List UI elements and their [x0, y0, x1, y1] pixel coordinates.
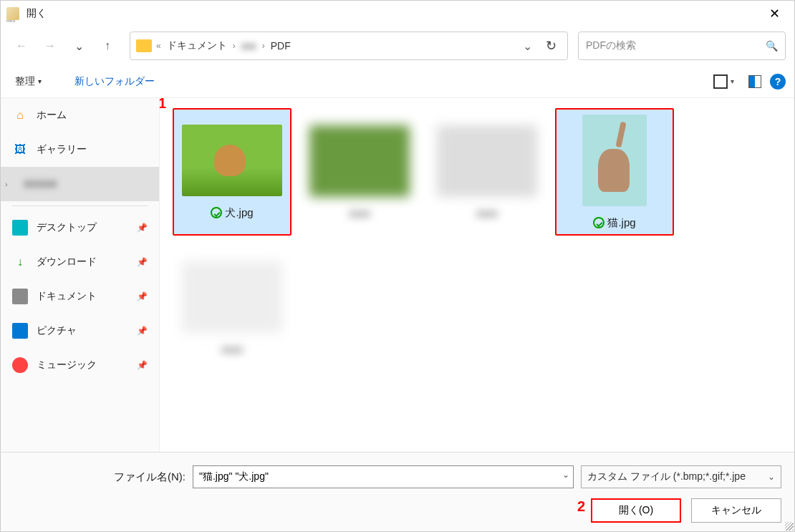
file-list[interactable]: 1 犬.jpg xxxx xxxx 猫.jpg [160, 98, 794, 452]
file-label-blur: xxxx [221, 343, 243, 355]
synced-icon [593, 217, 604, 228]
annotation-1: 1 [160, 98, 166, 112]
breadcrumb-chevron: « [156, 41, 161, 51]
file-item-blur[interactable]: xxxx [173, 244, 292, 372]
search-placeholder: PDFの検索 [586, 39, 636, 52]
file-label: 猫.jpg [593, 216, 635, 230]
new-folder-button[interactable]: 新しいフォルダー [69, 72, 160, 91]
sidebar-gallery[interactable]: 🖼 ギャラリー [1, 132, 159, 167]
pictures-icon [12, 323, 28, 339]
close-button[interactable]: ✕ [760, 1, 789, 26]
thumbnail-blur [437, 125, 537, 197]
app-icon [6, 7, 19, 20]
synced-icon [211, 207, 222, 218]
thumbnail-dog [182, 125, 282, 196]
sidebar-downloads[interactable]: ↓ ダウンロード 📌 [1, 245, 159, 279]
document-icon [12, 289, 28, 304]
expand-chevron-icon[interactable]: › [5, 180, 15, 188]
body: ⌂ ホーム 🖼 ギャラリー › XXXXX デスクトップ 📌 ↓ ダウンロード … [1, 98, 794, 452]
sidebar-documents[interactable]: ドキュメント 📌 [1, 279, 159, 314]
resize-grip[interactable] [785, 522, 794, 531]
file-label: 犬.jpg [211, 206, 253, 220]
search-icon: 🔍 [766, 40, 778, 52]
thumbnail-blur [182, 261, 282, 333]
download-icon: ↓ [12, 254, 28, 270]
title-bar: 開く ✕ [1, 1, 794, 26]
pin-icon[interactable]: 📌 [137, 326, 148, 336]
recent-dropdown[interactable]: ⌄ [67, 34, 91, 58]
toolbar: 整理▾ 新しいフォルダー ▾ ? [1, 65, 794, 98]
nav-row: ← → ⌄ ↑ « ドキュメント › xxx › PDF ⌄ ↻ PDFの検索 … [1, 26, 794, 65]
file-item-blur[interactable]: xxxx [300, 108, 419, 236]
pin-icon[interactable]: 📌 [137, 223, 148, 233]
search-input[interactable]: PDFの検索 🔍 [578, 32, 786, 60]
sidebar-music[interactable]: ミュージック 📌 [1, 348, 159, 382]
address-dropdown[interactable]: ⌄ [519, 39, 536, 53]
sidebar-pictures[interactable]: ピクチャ 📌 [1, 314, 159, 348]
home-icon: ⌂ [12, 107, 28, 123]
chevron-down-icon: ⌄ [768, 472, 775, 482]
view-dropdown[interactable]: ▾ [731, 77, 734, 85]
pin-icon[interactable]: 📌 [137, 360, 148, 370]
chevron-right-icon: › [262, 41, 265, 51]
filename-label: ファイル名(N): [114, 470, 186, 484]
file-item-blur[interactable]: xxxx [428, 108, 546, 236]
bottom-panel: ファイル名(N): ⌄ カスタム ファイル (*.bmp;*.gif;*.jpe… [1, 452, 794, 531]
file-label-blur: xxxx [476, 207, 498, 219]
filename-input[interactable] [193, 465, 574, 488]
gallery-icon: 🖼 [12, 142, 28, 158]
breadcrumb-pdf[interactable]: PDF [269, 40, 292, 52]
file-label-blur: xxxx [349, 207, 370, 219]
annotation-2: 2 [577, 498, 585, 515]
pin-icon[interactable]: 📌 [137, 257, 148, 267]
file-item-dog[interactable]: 犬.jpg [173, 108, 292, 236]
pin-icon[interactable]: 📌 [137, 291, 148, 301]
chevron-right-icon: › [233, 41, 236, 51]
forward-button[interactable]: → [38, 34, 62, 58]
sidebar: ⌂ ホーム 🖼 ギャラリー › XXXXX デスクトップ 📌 ↓ ダウンロード … [1, 98, 160, 452]
folder-icon [136, 39, 152, 52]
organize-menu[interactable]: 整理▾ [9, 72, 47, 91]
back-button[interactable]: ← [9, 34, 34, 58]
sidebar-desktop[interactable]: デスクトップ 📌 [1, 211, 159, 245]
sidebar-divider [12, 205, 148, 206]
help-button[interactable]: ? [770, 74, 786, 90]
view-icon[interactable] [713, 74, 728, 89]
open-button[interactable]: 開く(O) [591, 498, 681, 523]
filetype-dropdown[interactable]: カスタム ファイル (*.bmp;*.gif;*.jpe ⌄ [581, 465, 781, 488]
breadcrumb-blurred[interactable]: xxx [240, 40, 258, 52]
filename-dropdown[interactable]: ⌄ [562, 470, 569, 480]
window-title: 開く [26, 7, 760, 20]
breadcrumb-documents[interactable]: ドキュメント [165, 39, 228, 52]
music-icon [12, 357, 28, 373]
up-button[interactable]: ↑ [95, 34, 120, 58]
sidebar-blurred-item[interactable]: › XXXXX [1, 167, 159, 201]
address-bar[interactable]: « ドキュメント › xxx › PDF ⌄ ↻ [130, 32, 568, 60]
refresh-button[interactable]: ↻ [540, 38, 562, 54]
file-item-cat[interactable]: 猫.jpg [555, 108, 674, 236]
sidebar-home[interactable]: ⌂ ホーム [1, 98, 159, 132]
desktop-icon [12, 220, 28, 236]
thumbnail-cat [582, 115, 647, 206]
preview-pane-toggle[interactable] [748, 75, 761, 88]
cancel-button[interactable]: キャンセル [691, 498, 781, 523]
thumbnail-blur [309, 125, 410, 197]
